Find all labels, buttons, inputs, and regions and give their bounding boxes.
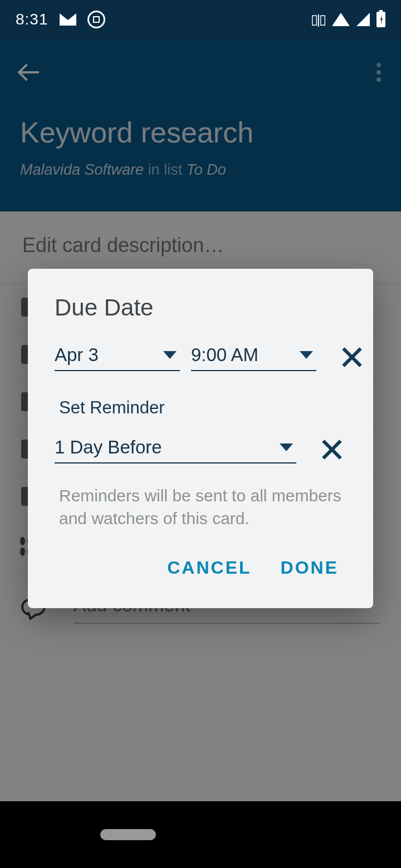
- date-value: Apr 3: [55, 344, 99, 366]
- chevron-down-icon: [300, 351, 313, 359]
- reminder-picker[interactable]: 1 Day Before: [55, 433, 296, 463]
- date-picker[interactable]: Apr 3: [55, 341, 180, 371]
- status-bar: 8:31 ▯|▯: [0, 0, 401, 39]
- done-button[interactable]: DONE: [277, 550, 342, 586]
- system-nav-bar: [0, 801, 401, 868]
- dialog-title: Due Date: [55, 294, 346, 321]
- wifi-icon: [332, 13, 350, 26]
- nav-home-pill[interactable]: [100, 829, 156, 840]
- time-value: 9:00 AM: [191, 344, 258, 366]
- time-picker[interactable]: 9:00 AM: [191, 341, 316, 371]
- app-notification-icon: [87, 11, 105, 28]
- chevron-down-icon: [280, 443, 293, 451]
- chevron-down-icon: [163, 351, 177, 359]
- reminder-section-label: Set Reminder: [59, 398, 346, 418]
- vibrate-icon: ▯|▯: [311, 12, 325, 27]
- status-clock: 8:31: [16, 11, 48, 28]
- mail-icon: [60, 13, 76, 26]
- reminder-helper-text: Reminders will be sent to all members an…: [59, 485, 346, 530]
- battery-charging-icon: [376, 12, 385, 27]
- clear-due-date-button[interactable]: [338, 342, 366, 371]
- cancel-button[interactable]: CANCEL: [164, 550, 255, 586]
- clear-reminder-button[interactable]: [317, 435, 346, 463]
- signal-icon: [356, 13, 370, 26]
- due-date-dialog: Due Date Apr 3 9:00 AM Set Reminder 1 Da…: [28, 269, 373, 608]
- reminder-value: 1 Day Before: [55, 437, 162, 458]
